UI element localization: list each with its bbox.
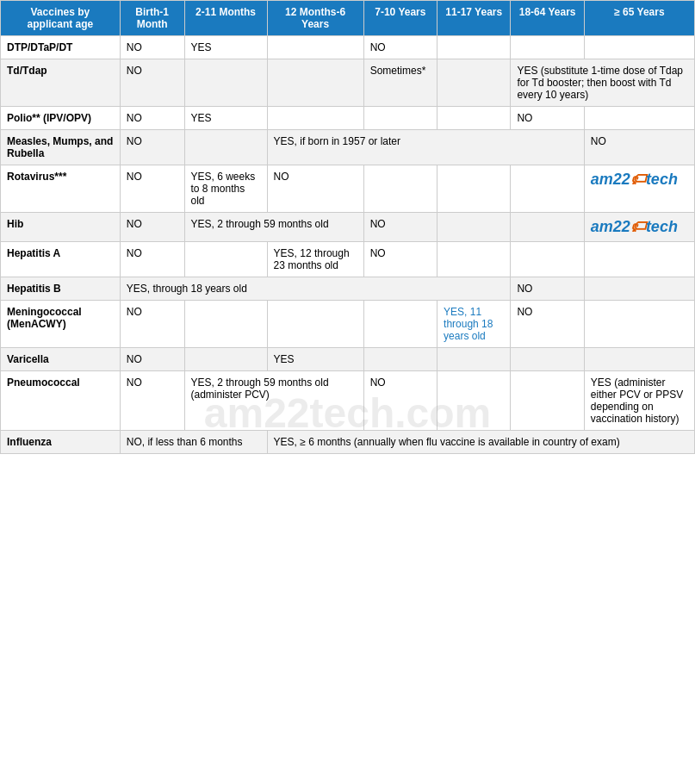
header-vaccine: Vaccines by applicant age <box>1 1 121 36</box>
vaccine-cell: NO <box>363 36 437 59</box>
vaccine-cell <box>511 213 584 242</box>
vaccine-cell: YES <box>184 36 267 59</box>
main-container: am22tech.com Vaccines by applicant age B… <box>0 0 695 454</box>
vaccine-cell <box>437 213 511 242</box>
vaccine-cell: YES (administer either PCV or PPSV depen… <box>584 371 694 431</box>
vaccine-cell: am22🏷tech <box>584 165 694 213</box>
vaccine-name: Rotavirus*** <box>1 165 121 213</box>
table-row: Meningococcal (MenACWY)NOYES, 11 through… <box>1 301 695 348</box>
vaccine-cell: NO <box>363 242 437 277</box>
table-row: Hepatitis BYES, through 18 years oldNO <box>1 277 695 301</box>
vaccine-name: Hib <box>1 213 121 242</box>
vaccine-cell: YES, ≥ 6 months (annually when flu vacci… <box>267 431 694 454</box>
vaccine-name: Hepatitis A <box>1 242 121 277</box>
vaccine-cell <box>511 242 584 277</box>
header-birth-1mo: Birth-1 Month <box>120 1 184 36</box>
vaccine-cell: YES <box>184 107 267 130</box>
vaccine-cell <box>184 348 267 371</box>
table-row: VaricellaNOYES <box>1 348 695 371</box>
vaccine-cell <box>437 36 511 59</box>
vaccine-name: Meningococcal (MenACWY) <box>1 301 121 348</box>
vaccine-cell: NO <box>120 36 184 59</box>
vaccine-name: Hepatitis B <box>1 277 121 301</box>
vaccine-cell: YES, through 18 years old <box>120 277 511 301</box>
header-12mo-6yr: 12 Months-6 Years <box>267 1 363 36</box>
table-row: Td/TdapNOSometimes*YES (substitute 1-tim… <box>1 59 695 107</box>
vaccine-cell <box>363 301 437 348</box>
vaccine-cell <box>584 242 694 277</box>
vaccine-cell <box>511 36 584 59</box>
vaccine-cell: YES, 11 through 18 years old <box>437 301 511 348</box>
vaccine-cell: NO <box>120 371 184 431</box>
vaccine-cell: YES <box>267 348 363 371</box>
vaccine-cell: NO <box>120 59 184 107</box>
vaccine-cell <box>184 59 267 107</box>
vaccine-cell: NO <box>363 213 437 242</box>
vaccine-cell <box>267 59 363 107</box>
header-11-17yr: 11-17 Years <box>437 1 511 36</box>
vaccine-cell: YES, 2 through 59 months old (administer… <box>184 371 363 431</box>
vaccine-cell: NO <box>267 165 363 213</box>
vaccine-cell <box>584 348 694 371</box>
vaccine-cell <box>363 107 437 130</box>
vaccine-cell: NO <box>584 130 694 165</box>
vaccine-cell <box>184 242 267 277</box>
vaccine-cell: NO <box>120 107 184 130</box>
table-row: Measles, Mumps, and RubellaNOYES, if bor… <box>1 130 695 165</box>
vaccine-cell: Sometimes* <box>363 59 437 107</box>
vaccine-cell <box>511 348 584 371</box>
vaccine-name: DTP/DTaP/DT <box>1 36 121 59</box>
vaccine-cell: NO <box>511 107 584 130</box>
vaccine-cell <box>437 242 511 277</box>
vaccine-cell: NO <box>120 165 184 213</box>
vaccine-cell: NO <box>120 348 184 371</box>
vaccine-cell <box>511 371 584 431</box>
header-2-11mo: 2-11 Months <box>184 1 267 36</box>
vaccine-name: Td/Tdap <box>1 59 121 107</box>
vaccine-cell <box>363 165 437 213</box>
vaccine-cell: NO <box>120 213 184 242</box>
vaccine-cell: YES, 2 through 59 months old <box>184 213 363 242</box>
vaccine-cell <box>511 165 584 213</box>
vaccine-cell: YES, if born in 1957 or later <box>267 130 584 165</box>
vaccine-name: Influenza <box>1 431 121 454</box>
table-row: PneumococcalNOYES, 2 through 59 months o… <box>1 371 695 431</box>
table-row: Hepatitis ANOYES, 12 through 23 months o… <box>1 242 695 277</box>
vaccine-cell: NO <box>363 371 437 431</box>
vaccine-cell: YES, 12 through 23 months old <box>267 242 363 277</box>
header-18-64yr: 18-64 Years <box>511 1 584 36</box>
vaccine-cell <box>184 301 267 348</box>
vaccine-cell: NO <box>120 301 184 348</box>
vaccine-cell <box>584 277 694 301</box>
vaccine-cell <box>437 165 511 213</box>
vaccine-name: Pneumococcal <box>1 371 121 431</box>
vaccine-cell <box>437 59 511 107</box>
vaccine-cell: NO <box>511 277 584 301</box>
vaccine-cell: am22🏷tech <box>584 213 694 242</box>
table-row: Polio** (IPV/OPV)NOYESNO <box>1 107 695 130</box>
vaccine-name: Varicella <box>1 348 121 371</box>
vaccine-cell <box>584 301 694 348</box>
vaccine-cell: NO <box>120 242 184 277</box>
vaccine-cell <box>267 107 363 130</box>
vaccine-cell <box>584 36 694 59</box>
vaccine-cell <box>267 36 363 59</box>
vaccine-cell <box>437 348 511 371</box>
vaccine-cell <box>437 371 511 431</box>
vaccine-cell <box>267 301 363 348</box>
table-row: Rotavirus***NOYES, 6 weeks to 8 months o… <box>1 165 695 213</box>
vaccine-cell <box>437 107 511 130</box>
vaccine-cell <box>584 107 694 130</box>
vaccine-name: Measles, Mumps, and Rubella <box>1 130 121 165</box>
table-row: InfluenzaNO, if less than 6 monthsYES, ≥… <box>1 431 695 454</box>
vaccine-cell: YES, 6 weeks to 8 months old <box>184 165 267 213</box>
header-row: Vaccines by applicant age Birth-1 Month … <box>1 1 695 36</box>
vaccine-cell <box>363 348 437 371</box>
vaccine-table: Vaccines by applicant age Birth-1 Month … <box>0 0 695 454</box>
vaccine-cell: NO <box>120 130 184 165</box>
header-7-10yr: 7-10 Years <box>363 1 437 36</box>
table-row: HibNOYES, 2 through 59 months oldNOam22🏷… <box>1 213 695 242</box>
header-65plus: ≥ 65 Years <box>584 1 694 36</box>
table-row: DTP/DTaP/DTNOYESNO <box>1 36 695 59</box>
vaccine-cell: NO <box>511 301 584 348</box>
